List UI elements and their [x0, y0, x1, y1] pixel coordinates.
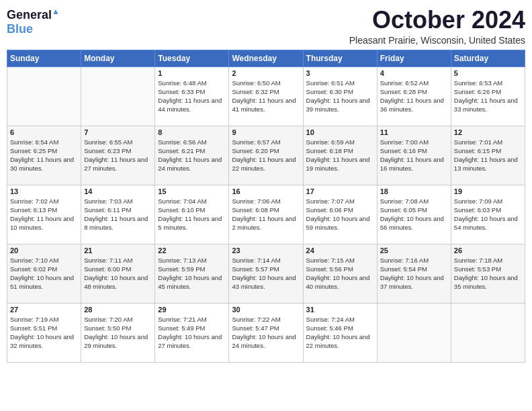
day-number: 31	[306, 306, 374, 314]
day-number: 20	[10, 246, 78, 255]
calendar-cell: 10Sunrise: 6:59 AM Sunset: 6:18 PM Dayli…	[303, 126, 377, 185]
day-number: 1	[158, 69, 226, 77]
calendar-cell: 21Sunrise: 7:11 AM Sunset: 6:00 PM Dayli…	[81, 244, 155, 303]
calendar-cell: 27Sunrise: 7:19 AM Sunset: 5:51 PM Dayli…	[7, 303, 81, 362]
weekday-header-monday: Monday	[81, 50, 155, 66]
day-info: Sunrise: 7:24 AM Sunset: 5:46 PM Dayligh…	[306, 315, 374, 351]
day-info: Sunrise: 7:20 AM Sunset: 5:50 PM Dayligh…	[84, 315, 152, 351]
day-number: 17	[306, 187, 374, 195]
calendar-cell: 31Sunrise: 7:24 AM Sunset: 5:46 PM Dayli…	[303, 303, 377, 362]
day-number: 18	[380, 187, 448, 195]
calendar-cell: 30Sunrise: 7:22 AM Sunset: 5:47 PM Dayli…	[229, 303, 303, 362]
day-number: 21	[84, 246, 152, 255]
logo-text-general: General	[7, 8, 52, 21]
calendar-week-2: 6Sunrise: 6:54 AM Sunset: 6:25 PM Daylig…	[7, 126, 525, 185]
page-header: General▲ Blue October 2024 Pleasant Prai…	[7, 7, 525, 46]
calendar-cell: 25Sunrise: 7:16 AM Sunset: 5:54 PM Dayli…	[377, 244, 451, 303]
day-number: 26	[454, 246, 522, 255]
day-info: Sunrise: 7:13 AM Sunset: 5:59 PM Dayligh…	[158, 256, 226, 291]
calendar-week-5: 27Sunrise: 7:19 AM Sunset: 5:51 PM Dayli…	[7, 303, 525, 362]
day-info: Sunrise: 7:14 AM Sunset: 5:57 PM Dayligh…	[232, 256, 300, 291]
calendar-cell: 26Sunrise: 7:18 AM Sunset: 5:53 PM Dayli…	[451, 244, 525, 303]
day-number: 13	[10, 187, 78, 195]
calendar-cell	[451, 303, 525, 362]
day-number: 5	[454, 69, 522, 77]
calendar-cell	[81, 66, 155, 126]
day-info: Sunrise: 6:59 AM Sunset: 6:18 PM Dayligh…	[306, 138, 374, 173]
calendar-cell: 24Sunrise: 7:15 AM Sunset: 5:56 PM Dayli…	[303, 244, 377, 303]
location-text: Pleasant Prairie, Wisconsin, United Stat…	[349, 35, 525, 46]
day-number: 23	[232, 246, 300, 255]
day-number: 25	[380, 246, 448, 255]
calendar-cell: 4Sunrise: 6:52 AM Sunset: 6:28 PM Daylig…	[377, 66, 451, 126]
calendar-cell: 8Sunrise: 6:56 AM Sunset: 6:21 PM Daylig…	[155, 126, 229, 185]
day-number: 8	[158, 128, 226, 136]
day-info: Sunrise: 7:03 AM Sunset: 6:11 PM Dayligh…	[84, 197, 152, 232]
day-info: Sunrise: 7:01 AM Sunset: 6:15 PM Dayligh…	[454, 138, 522, 173]
day-number: 3	[306, 69, 374, 77]
day-number: 22	[158, 246, 226, 255]
day-info: Sunrise: 7:08 AM Sunset: 6:05 PM Dayligh…	[380, 197, 448, 232]
calendar-week-4: 20Sunrise: 7:10 AM Sunset: 6:02 PM Dayli…	[7, 244, 525, 303]
calendar-cell: 7Sunrise: 6:55 AM Sunset: 6:23 PM Daylig…	[81, 126, 155, 185]
calendar-cell	[7, 66, 81, 126]
day-number: 28	[84, 306, 152, 314]
day-info: Sunrise: 6:55 AM Sunset: 6:23 PM Dayligh…	[84, 138, 152, 173]
calendar-cell: 11Sunrise: 7:00 AM Sunset: 6:16 PM Dayli…	[377, 126, 451, 185]
calendar-cell: 19Sunrise: 7:09 AM Sunset: 6:03 PM Dayli…	[451, 185, 525, 244]
day-number: 16	[232, 187, 300, 195]
title-area: October 2024 Pleasant Prairie, Wisconsin…	[349, 7, 525, 46]
day-info: Sunrise: 6:51 AM Sunset: 6:30 PM Dayligh…	[306, 79, 374, 114]
day-number: 12	[454, 128, 522, 136]
weekday-header-tuesday: Tuesday	[155, 50, 229, 66]
calendar-cell: 17Sunrise: 7:07 AM Sunset: 6:06 PM Dayli…	[303, 185, 377, 244]
day-info: Sunrise: 6:56 AM Sunset: 6:21 PM Dayligh…	[158, 138, 226, 173]
day-number: 29	[158, 306, 226, 314]
month-title: October 2024	[349, 7, 525, 34]
day-info: Sunrise: 7:21 AM Sunset: 5:49 PM Dayligh…	[158, 315, 226, 351]
calendar-cell: 16Sunrise: 7:06 AM Sunset: 6:08 PM Dayli…	[229, 185, 303, 244]
day-info: Sunrise: 6:48 AM Sunset: 6:33 PM Dayligh…	[158, 79, 226, 114]
day-number: 11	[380, 128, 448, 136]
day-number: 10	[306, 128, 374, 136]
logo-text-blue: Blue	[7, 23, 33, 36]
day-info: Sunrise: 7:06 AM Sunset: 6:08 PM Dayligh…	[232, 197, 300, 232]
calendar-cell: 14Sunrise: 7:03 AM Sunset: 6:11 PM Dayli…	[81, 185, 155, 244]
calendar-cell: 9Sunrise: 6:57 AM Sunset: 6:20 PM Daylig…	[229, 126, 303, 185]
day-info: Sunrise: 7:04 AM Sunset: 6:10 PM Dayligh…	[158, 197, 226, 232]
calendar-week-1: 1Sunrise: 6:48 AM Sunset: 6:33 PM Daylig…	[7, 66, 525, 126]
weekday-header-saturday: Saturday	[451, 50, 525, 66]
day-info: Sunrise: 7:22 AM Sunset: 5:47 PM Dayligh…	[232, 315, 300, 351]
day-number: 14	[84, 187, 152, 195]
calendar-week-3: 13Sunrise: 7:02 AM Sunset: 6:13 PM Dayli…	[7, 185, 525, 244]
calendar-cell: 12Sunrise: 7:01 AM Sunset: 6:15 PM Dayli…	[451, 126, 525, 185]
day-info: Sunrise: 7:16 AM Sunset: 5:54 PM Dayligh…	[380, 256, 448, 291]
day-info: Sunrise: 7:11 AM Sunset: 6:00 PM Dayligh…	[84, 256, 152, 291]
calendar-cell: 1Sunrise: 6:48 AM Sunset: 6:33 PM Daylig…	[155, 66, 229, 126]
day-number: 4	[380, 69, 448, 77]
day-info: Sunrise: 7:19 AM Sunset: 5:51 PM Dayligh…	[10, 315, 78, 351]
calendar-table: SundayMondayTuesdayWednesdayThursdayFrid…	[7, 50, 525, 363]
calendar-cell: 3Sunrise: 6:51 AM Sunset: 6:30 PM Daylig…	[303, 66, 377, 126]
calendar-cell: 29Sunrise: 7:21 AM Sunset: 5:49 PM Dayli…	[155, 303, 229, 362]
day-info: Sunrise: 7:02 AM Sunset: 6:13 PM Dayligh…	[10, 197, 78, 232]
calendar-cell: 13Sunrise: 7:02 AM Sunset: 6:13 PM Dayli…	[7, 185, 81, 244]
day-info: Sunrise: 7:10 AM Sunset: 6:02 PM Dayligh…	[10, 256, 78, 291]
day-number: 24	[306, 246, 374, 255]
calendar-cell	[377, 303, 451, 362]
calendar-cell: 2Sunrise: 6:50 AM Sunset: 6:32 PM Daylig…	[229, 66, 303, 126]
calendar-cell: 22Sunrise: 7:13 AM Sunset: 5:59 PM Dayli…	[155, 244, 229, 303]
day-number: 9	[232, 128, 300, 136]
day-number: 2	[232, 69, 300, 77]
day-number: 19	[454, 187, 522, 195]
calendar-cell: 28Sunrise: 7:20 AM Sunset: 5:50 PM Dayli…	[81, 303, 155, 362]
day-info: Sunrise: 7:09 AM Sunset: 6:03 PM Dayligh…	[454, 197, 522, 232]
day-info: Sunrise: 7:18 AM Sunset: 5:53 PM Dayligh…	[454, 256, 522, 291]
weekday-header-thursday: Thursday	[303, 50, 377, 66]
day-number: 15	[158, 187, 226, 195]
day-info: Sunrise: 6:50 AM Sunset: 6:32 PM Dayligh…	[232, 79, 300, 114]
calendar-cell: 5Sunrise: 6:53 AM Sunset: 6:26 PM Daylig…	[451, 66, 525, 126]
day-info: Sunrise: 7:15 AM Sunset: 5:56 PM Dayligh…	[306, 256, 374, 291]
day-info: Sunrise: 7:07 AM Sunset: 6:06 PM Dayligh…	[306, 197, 374, 232]
day-info: Sunrise: 6:53 AM Sunset: 6:26 PM Dayligh…	[454, 79, 522, 114]
